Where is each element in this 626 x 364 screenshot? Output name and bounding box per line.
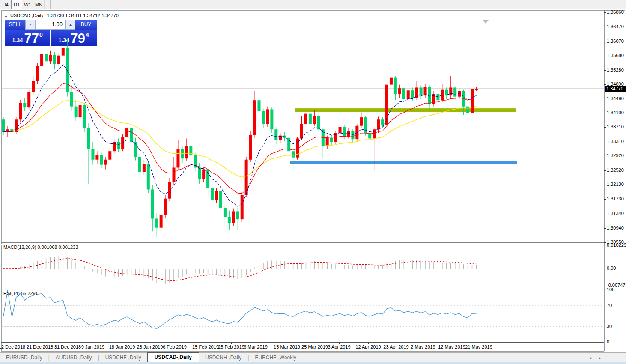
price-axis-tick xyxy=(604,84,606,85)
price-axis-tick xyxy=(604,27,606,27)
date-axis-label: 12 May 2019 xyxy=(438,344,465,349)
macd-axis-label: 0.00 xyxy=(607,266,616,271)
date-axis-label: 23 Apr 2019 xyxy=(383,344,408,349)
price-axis-tick xyxy=(604,42,606,42)
macd-main-value: 0.001068 xyxy=(37,245,57,250)
date-axis-label: 25 Mar 2019 xyxy=(301,344,328,349)
rsi-axis-label: 0 xyxy=(607,339,609,344)
date-axis-label: 6 Feb 2019 xyxy=(163,344,187,349)
price-axis-tick xyxy=(604,199,606,200)
price-axis-tick xyxy=(604,12,606,13)
macd-signal-value: 0.001233 xyxy=(58,245,78,250)
price-axis-tick xyxy=(604,170,606,171)
date-axis-label: 18 Jan 2019 xyxy=(109,344,135,349)
tab-audusd-daily[interactable]: AUDUSD-,Daily xyxy=(50,353,98,362)
price-axis-label: 1.32920 xyxy=(607,153,624,158)
date-axis-tick xyxy=(12,343,12,344)
price-axis-label: 1.32130 xyxy=(607,182,624,187)
date-axis-tick xyxy=(368,343,369,344)
date-axis-tick xyxy=(315,343,315,344)
rsi-axis-label: 70 xyxy=(607,303,612,308)
price-axis-tick xyxy=(604,156,606,156)
price-axis-label: 1.35680 xyxy=(607,53,624,58)
macd-axis-label: 0.010229 xyxy=(607,242,626,248)
price-axis-tick xyxy=(604,70,606,71)
date-axis-tick xyxy=(68,343,68,344)
price-axis-label: 1.34890 xyxy=(607,81,624,87)
price-axis-label: 1.31340 xyxy=(607,211,624,216)
date-axis-tick xyxy=(396,343,396,344)
date-axis-label: 15 Feb 2019 xyxy=(192,344,219,349)
price-axis-label: 1.34490 xyxy=(607,96,624,101)
date-axis-tick xyxy=(339,343,340,344)
date-axis-label: 2 May 2019 xyxy=(411,344,435,349)
date-axis-tick xyxy=(423,343,423,344)
price-axis-tick xyxy=(604,56,606,56)
date-axis-tick xyxy=(452,343,452,344)
price-axis-tick xyxy=(604,185,606,185)
tab-eurchf-weekly[interactable]: EURCHF-,Weekly xyxy=(249,353,302,362)
price-axis-label: 1.33310 xyxy=(607,139,624,144)
current-price-badge: 1.34770 xyxy=(605,86,626,92)
price-axis-tick xyxy=(604,242,606,243)
date-axis-label: 3 Apr 2019 xyxy=(328,344,350,349)
date-axis-label: 28 Jan 2019 xyxy=(137,344,163,349)
window-bottom-edge xyxy=(0,362,626,364)
date-axis-tick xyxy=(479,343,479,344)
tab-eurusd-daily[interactable]: EURUSD-,Daily xyxy=(0,353,48,362)
price-axis-tick xyxy=(604,142,606,142)
price-axis-tick xyxy=(604,113,606,113)
date-axis-label: 31 Dec 2018 xyxy=(54,344,81,349)
price-axis-tick xyxy=(604,99,606,99)
price-axis-label: 1.36860 xyxy=(607,9,624,15)
date-axis-tick xyxy=(287,343,287,344)
date-axis-tick xyxy=(231,343,232,344)
rsi-axis-label: 30 xyxy=(607,324,612,329)
date-axis-label: 15 Mar 2019 xyxy=(274,344,300,349)
price-axis-tick xyxy=(604,228,606,229)
price-axis-label: 1.31730 xyxy=(607,196,624,201)
price-axis-label: 1.35280 xyxy=(607,67,624,72)
price-axis-label: 1.36070 xyxy=(607,39,624,44)
date-axis-label: 6 Mar 2019 xyxy=(244,344,268,349)
date-axis-label: 12 Dec 2018 xyxy=(0,344,25,349)
date-axis-label: 21 May 2019 xyxy=(465,344,492,349)
rsi-value: 56.2291 xyxy=(21,291,38,296)
date-axis-label: 12 Apr 2019 xyxy=(355,344,381,349)
date-axis-tick xyxy=(175,343,175,344)
date-axis-label: 25 Feb 2019 xyxy=(218,344,244,349)
tab-usdchf-daily[interactable]: USDCHF-,Daily xyxy=(99,353,147,362)
date-axis-tick xyxy=(206,343,206,344)
rsi-label: RSI(14) 56.2291 xyxy=(3,291,38,296)
tab-usdcad-daily[interactable]: USDCAD-,Daily xyxy=(147,352,199,362)
price-axis-label: 1.30940 xyxy=(607,225,624,230)
price-chart[interactable] xyxy=(0,0,626,364)
date-axis-tick xyxy=(150,343,150,344)
date-axis-tick xyxy=(256,343,256,344)
macd-label: MACD(12,26,9) 0.001068 0.001233 xyxy=(3,245,78,250)
price-axis-tick xyxy=(604,214,606,214)
price-axis-label: 1.32520 xyxy=(607,167,624,173)
price-axis-label: 1.34100 xyxy=(607,110,624,115)
price-axis-tick xyxy=(604,127,606,128)
date-axis-label: 9 Jan 2019 xyxy=(81,344,104,349)
date-axis-label: 21 Dec 2018 xyxy=(27,344,53,349)
date-axis-tick xyxy=(122,343,122,344)
tab-scroll-arrows[interactable]: ◂▸ xyxy=(589,355,609,362)
chart-tab-bar: EURUSD-,Daily|AUDUSD-,Daily|USDCHF-,Dail… xyxy=(0,352,626,362)
price-axis-label: 1.33710 xyxy=(607,124,624,129)
price-axis-label: 1.36470 xyxy=(607,24,624,29)
date-axis-tick xyxy=(93,343,93,344)
date-axis-tick xyxy=(40,343,40,344)
rsi-axis-label: 100 xyxy=(607,287,614,292)
tab-usdcnh-daily[interactable]: USDCNH-,Daily xyxy=(199,353,247,362)
